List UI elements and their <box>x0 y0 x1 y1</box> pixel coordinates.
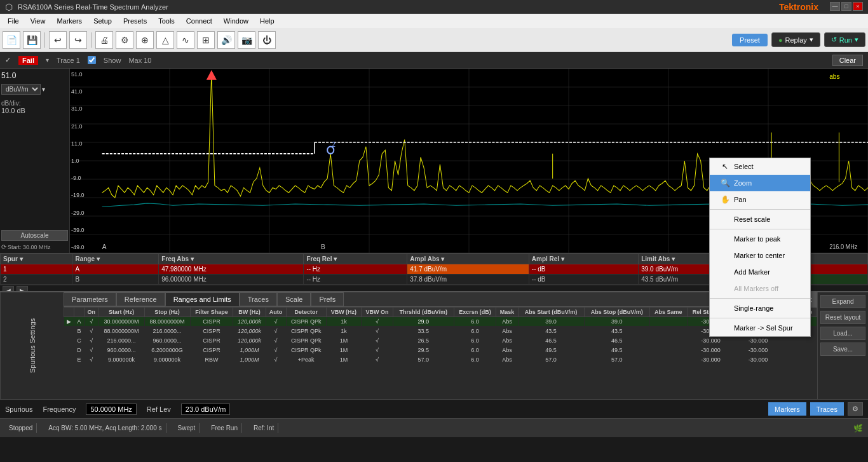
col-freq-rel[interactable]: Freq Rel ▾ <box>304 254 407 264</box>
col-freq-abs[interactable]: Freq Abs ▾ <box>159 254 304 264</box>
tektronix-logo: Tektronix <box>779 2 818 12</box>
col-start[interactable]: Start (Hz) <box>98 308 144 317</box>
preset-button[interactable]: Preset <box>732 34 768 46</box>
new-button[interactable]: 📄 <box>3 31 20 49</box>
table-next-button[interactable]: ▶ <box>17 286 28 291</box>
save-button[interactable]: 💾 <box>23 31 41 49</box>
col-spur[interactable]: Spur ▾ <box>1 254 72 264</box>
clear-button[interactable]: Clear <box>832 55 863 66</box>
table-row[interactable]: D √ 960.0000... 6.2000000G CISPR 1,000M … <box>64 346 817 355</box>
menu-connect[interactable]: Connect <box>181 16 217 26</box>
table-row[interactable]: ▶ A √ 30.0000000M 88.0000000M CISPR 120,… <box>64 317 817 327</box>
camera-button[interactable]: 📷 <box>238 31 255 49</box>
menu-setup[interactable]: Setup <box>88 16 117 26</box>
col-range[interactable]: Range ▾ <box>72 254 159 264</box>
col-vbw[interactable]: VBW (Hz) <box>326 308 361 317</box>
ranges-table-wrap[interactable]: On Start (Hz) Stop (Hz) Filter Shape BW … <box>64 307 817 399</box>
close-button[interactable]: × <box>853 2 863 11</box>
cell-mask: Abs <box>496 346 518 355</box>
col-detector[interactable]: Detector <box>286 308 326 317</box>
ref-lev-value[interactable]: 23.0 dBuV/m <box>181 404 231 415</box>
ctx-marker-sel-spur[interactable]: Marker -> Sel Spur <box>710 320 810 336</box>
ctx-pan[interactable]: ✋ Pan <box>710 191 810 208</box>
redo-button[interactable]: ↪ <box>69 31 87 49</box>
frequency-value[interactable]: 50.0000 MHz <box>86 404 136 415</box>
settings-button[interactable]: ⚙ <box>116 31 133 49</box>
titlebar: ⬡ RSA6100A Series Real-Time Spectrum Ana… <box>0 0 868 14</box>
menu-file[interactable]: File <box>3 16 24 26</box>
maximize-button[interactable]: □ <box>841 2 851 11</box>
table-row[interactable]: C √ 216.0000... 960.0000... CISPR 120,00… <box>64 336 817 346</box>
gear-button[interactable]: ⚙ <box>848 402 863 416</box>
cell-name: E <box>74 355 85 365</box>
col-ampl-rel[interactable]: Ampl Rel ▾ <box>529 254 638 264</box>
tab-traces[interactable]: Traces <box>240 292 277 306</box>
print-button[interactable]: 🖨 <box>95 31 113 49</box>
cell-abs-same <box>649 317 687 327</box>
cursor-button[interactable]: ⊞ <box>197 31 215 49</box>
col-auto[interactable]: Auto <box>266 308 286 317</box>
table-row[interactable]: B √ 88.0000000M 216.0000... CISPR 120,00… <box>64 327 817 336</box>
markers-button[interactable]: Markers <box>768 402 806 416</box>
peak-button[interactable]: △ <box>156 31 174 49</box>
table-prev-button[interactable]: ◀ <box>3 286 14 291</box>
ctx-reset-scale[interactable]: Reset scale <box>710 211 810 228</box>
tab-ranges-limits[interactable]: Ranges and Limits <box>165 292 240 306</box>
menu-help[interactable]: Help <box>255 16 280 26</box>
unit-select[interactable]: dBuV/m dBm dBV <box>1 84 41 95</box>
ctx-zoom[interactable]: 🔍 Zoom <box>710 175 810 191</box>
expand-button[interactable]: Expand <box>820 295 865 308</box>
col-excrsn[interactable]: Excrsn (dB) <box>454 308 496 317</box>
menu-view[interactable]: View <box>25 16 51 26</box>
ctx-select[interactable]: ↖ Select <box>710 158 810 175</box>
ctx-single-range[interactable]: Single-range <box>710 300 810 316</box>
cell-name: D <box>74 346 85 355</box>
replay-button[interactable]: ● Replay ▾ <box>771 32 820 47</box>
cell-freq-rel: -- Hz <box>304 275 407 285</box>
col-mask[interactable]: Mask <box>496 308 518 317</box>
tab-parameters[interactable]: Parameters <box>64 292 116 306</box>
minimize-button[interactable]: — <box>830 2 840 11</box>
marker-button[interactable]: ⊕ <box>136 31 154 49</box>
ctx-marker-center[interactable]: Marker to center <box>710 247 810 264</box>
col-abs-same[interactable]: Abs Same <box>649 308 687 317</box>
wave-button[interactable]: ∿ <box>177 31 194 49</box>
col-stop[interactable]: Stop (Hz) <box>144 308 190 317</box>
menu-presets[interactable]: Presets <box>118 16 152 26</box>
tab-scale[interactable]: Scale <box>277 292 311 306</box>
bottom-right-buttons: Expand Reset layout Load... Save... <box>817 292 868 399</box>
ctx-add-marker[interactable]: Add Marker <box>710 264 810 280</box>
run-button[interactable]: ↺ Run ▾ <box>824 32 865 47</box>
col-vbw-on[interactable]: VBW On <box>361 308 393 317</box>
table-row[interactable]: E √ 9.000000k 9.000000k RBW 1,000M √ +Pe… <box>64 355 817 365</box>
tab-reference[interactable]: Reference <box>116 292 165 306</box>
col-thrshld[interactable]: Thrshld (dBuV/m) <box>393 308 454 317</box>
load-button[interactable]: Load... <box>820 327 865 340</box>
col-on[interactable]: On <box>84 308 98 317</box>
speaker-button[interactable]: 🔊 <box>217 31 235 49</box>
menu-window[interactable]: Window <box>219 16 254 26</box>
reset-scale-icon <box>720 214 730 224</box>
col-abs-stop[interactable]: Abs Stop (dBuV/m) <box>584 308 649 317</box>
autoscale-button[interactable]: Autoscale <box>1 230 68 241</box>
cell-stop: 216.0000... <box>144 327 190 336</box>
col-bw[interactable]: BW (Hz) <box>233 308 266 317</box>
power-button[interactable]: ⏻ <box>258 31 276 49</box>
save-button[interactable]: Save... <box>820 343 865 356</box>
cell-auto: √ <box>266 346 286 355</box>
col-ampl-abs[interactable]: Ampl Abs ▾ <box>407 254 529 264</box>
reset-layout-button[interactable]: Reset layout <box>820 311 865 324</box>
menu-markers[interactable]: Markers <box>51 16 87 26</box>
ctx-reset-scale-label: Reset scale <box>734 215 770 223</box>
cell-abs-start: 46.5 <box>518 336 584 346</box>
show-checkbox[interactable] <box>88 56 96 64</box>
col-filter[interactable]: Filter Shape <box>190 308 233 317</box>
traces-button[interactable]: Traces <box>810 402 844 416</box>
y-axis-panel: 51.0 dBuV/m dBm dBV ▾ dB/div: 10.0 dB Au… <box>0 69 70 253</box>
cell-thrshld[interactable]: 29.0 <box>393 317 454 327</box>
undo-button[interactable]: ↩ <box>49 31 67 49</box>
tab-prefs[interactable]: Prefs <box>311 292 344 306</box>
ctx-marker-peak[interactable]: Marker to peak <box>710 231 810 247</box>
menu-tools[interactable]: Tools <box>153 16 180 26</box>
col-abs-start[interactable]: Abs Start (dBuV/m) <box>518 308 584 317</box>
